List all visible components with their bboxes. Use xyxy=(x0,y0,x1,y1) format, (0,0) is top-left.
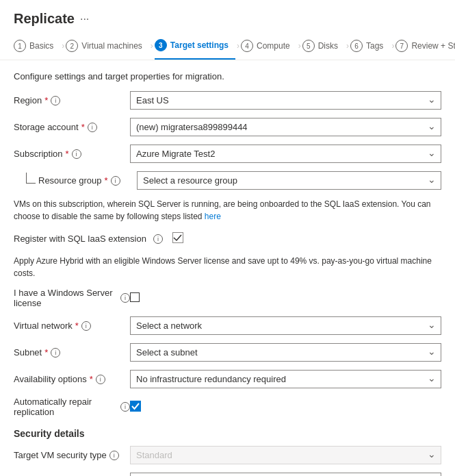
storage-account-row: Storage account * i (new) migratersa8998… xyxy=(14,118,441,136)
register-sql-row: Register with SQL IaaS extension i xyxy=(14,232,441,245)
step-label-basics: Basics xyxy=(29,41,53,51)
ellipsis-icon[interactable]: ··· xyxy=(80,13,89,25)
step-number-1: 1 xyxy=(14,40,26,52)
page-header: Replicate ··· xyxy=(0,0,455,32)
availability-options-label: Availability options * i xyxy=(14,374,130,384)
svg-rect-1 xyxy=(131,292,140,301)
vnet-select-wrapper: Select a network xyxy=(130,316,441,335)
step-number-2: 2 xyxy=(66,40,78,52)
subscription-control: Azure Migrate Test2 xyxy=(130,145,441,163)
section-description: Configure settings and target properties… xyxy=(14,71,441,82)
sql-notice: VMs on this subscription, wherein SQL Se… xyxy=(14,198,441,223)
availability-options-control: No infrastructure redundancy required xyxy=(130,370,441,388)
step-tags[interactable]: 6 Tags xyxy=(350,33,390,59)
target-vm-security-label: Target VM security type i xyxy=(14,450,130,460)
virtual-network-select[interactable]: Select a network xyxy=(130,316,441,335)
resource-group-row: Resource group * i Select a resource gro… xyxy=(14,171,441,190)
resource-group-label: Resource group * i xyxy=(38,175,120,186)
step-label-vms: Virtual machines xyxy=(81,41,142,51)
subnet-select-wrapper: Select a subnet xyxy=(130,343,441,362)
subnet-info-icon[interactable]: i xyxy=(51,348,60,358)
region-label: Region * i xyxy=(14,95,130,105)
wizard-steps: 1 Basics › 2 Virtual machines › 3 Target… xyxy=(0,32,455,60)
region-required: * xyxy=(44,95,48,105)
availability-options-select[interactable]: No infrastructure redundancy required xyxy=(130,370,441,388)
hybrid-notice: Apply Azure Hybrid with an eligible Wind… xyxy=(14,255,441,279)
step-label-review: Review + Start replication xyxy=(411,41,455,51)
subnet-select[interactable]: Select a subnet xyxy=(130,343,441,362)
vm-security-info-icon[interactable]: i xyxy=(109,451,119,460)
region-control: East US xyxy=(130,91,441,110)
register-sql-label: Register with SQL IaaS extension xyxy=(14,234,146,244)
windows-license-checkbox[interactable] xyxy=(130,294,140,304)
step-number-3: 3 xyxy=(155,39,167,51)
disk-encryption-select[interactable]: Encryption at-rest with a platform-manag… xyxy=(130,473,441,476)
vm-security-select-wrapper: Standard xyxy=(130,446,441,464)
register-sql-checkbox[interactable] xyxy=(172,232,183,245)
region-info-icon[interactable]: i xyxy=(51,96,60,105)
windows-license-control xyxy=(130,292,441,304)
step-review[interactable]: 7 Review + Start replication xyxy=(395,33,455,59)
page-title: Replicate xyxy=(14,11,75,27)
auto-repair-checked-icon xyxy=(130,401,141,412)
step-label-compute: Compute xyxy=(257,41,290,51)
subnet-required: * xyxy=(44,347,48,358)
target-vm-security-select[interactable]: Standard xyxy=(130,446,441,464)
rg-required: * xyxy=(105,175,108,186)
subnet-label: Subnet * i xyxy=(14,347,130,358)
auto-repair-row: Automatically repair replication i xyxy=(14,397,441,417)
subscription-info-icon[interactable]: i xyxy=(72,149,81,159)
step-number-5: 5 xyxy=(302,40,315,52)
avail-info-icon[interactable]: i xyxy=(96,375,105,384)
storage-required: * xyxy=(81,122,85,132)
step-basics[interactable]: 1 Basics xyxy=(14,33,60,59)
sql-link[interactable]: here xyxy=(205,212,221,221)
storage-account-select[interactable]: (new) migratersa899899444 xyxy=(130,118,441,136)
virtual-network-row: Virtual network * i Select a network xyxy=(14,316,441,335)
avail-required: * xyxy=(90,374,93,384)
auto-repair-info-icon[interactable]: i xyxy=(120,402,130,412)
step-vms[interactable]: 2 Virtual machines xyxy=(66,33,149,59)
step-number-4: 4 xyxy=(241,40,253,52)
register-sql-info-icon[interactable]: i xyxy=(153,234,163,244)
subscription-row: Subscription * i Azure Migrate Test2 xyxy=(14,145,441,163)
step-disks[interactable]: 5 Disks xyxy=(302,33,345,59)
step-target-settings[interactable]: 3 Target settings xyxy=(155,32,235,60)
step-number-6: 6 xyxy=(350,40,363,52)
disk-encryption-row: Disk encryption type i Encryption at-res… xyxy=(14,473,441,476)
vnet-info-icon[interactable]: i xyxy=(81,321,91,331)
windows-license-info-icon[interactable]: i xyxy=(120,293,130,303)
disk-encryption-control: Encryption at-rest with a platform-manag… xyxy=(130,473,441,476)
step-label-disks: Disks xyxy=(318,41,338,51)
step-compute[interactable]: 4 Compute xyxy=(241,33,297,59)
region-select-wrapper: East US xyxy=(130,91,441,110)
main-content: Configure settings and target properties… xyxy=(0,60,455,476)
auto-repair-label: Automatically repair replication i xyxy=(14,397,130,417)
target-vm-security-control: Standard xyxy=(130,446,441,464)
subscription-required: * xyxy=(66,149,69,159)
subscription-select-wrapper: Azure Migrate Test2 xyxy=(130,145,441,163)
region-select[interactable]: East US xyxy=(130,91,441,110)
target-vm-security-row: Target VM security type i Standard xyxy=(14,446,441,464)
checkbox-unchecked-icon xyxy=(130,292,140,302)
svg-rect-2 xyxy=(130,401,141,412)
disk-encryption-select-wrapper: Encryption at-rest with a platform-manag… xyxy=(130,473,441,476)
subscription-label: Subscription * i xyxy=(14,149,130,159)
subnet-control: Select a subnet xyxy=(130,343,441,362)
vnet-required: * xyxy=(75,321,79,331)
storage-info-icon[interactable]: i xyxy=(88,123,97,132)
rg-select-wrapper: Select a resource group xyxy=(137,171,441,190)
subscription-select[interactable]: Azure Migrate Test2 xyxy=(130,145,441,163)
security-section-title: Security details xyxy=(14,428,441,439)
auto-repair-checkbox[interactable] xyxy=(130,403,141,414)
virtual-network-label: Virtual network * i xyxy=(14,321,130,331)
step-label-target: Target settings xyxy=(170,40,229,50)
auto-repair-control xyxy=(130,401,441,414)
resource-group-select[interactable]: Select a resource group xyxy=(137,171,441,190)
storage-select-wrapper: (new) migratersa899899444 xyxy=(130,118,441,136)
storage-account-control: (new) migratersa899899444 xyxy=(130,118,441,136)
subnet-row: Subnet * i Select a subnet xyxy=(14,343,441,362)
availability-options-row: Availability options * i No infrastructu… xyxy=(14,370,441,388)
region-row: Region * i East US xyxy=(14,91,441,110)
rg-info-icon[interactable]: i xyxy=(111,176,120,186)
